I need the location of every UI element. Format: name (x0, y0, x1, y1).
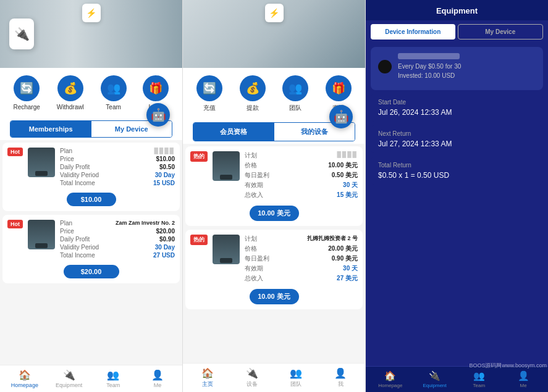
withdraw-label-cn: 提款 (247, 104, 259, 112)
tab-membership-cn[interactable]: 会员资格 (193, 123, 274, 141)
income-label-cn-1: 总收入 (245, 191, 263, 199)
equipment-label-1: Equipment (56, 382, 82, 388)
action-recharge[interactable]: 🔄 Recharge (13, 75, 40, 111)
validity-value-1: 30 Day (155, 172, 175, 178)
bottom-nav-2: 🏠 主页 🔌 设备 👥 团队 👤 我 (183, 363, 365, 392)
device-details-1: Plan ████ Price $10.00 Daily Profit $0.5… (60, 148, 175, 188)
membership-item-cn-1: 热的 计划 ████ 价格 10.00 美元 (185, 146, 363, 226)
plan-label-cn-2: 计划 (245, 235, 257, 243)
eq-nav-equipment[interactable]: 🔌 Equipment (413, 370, 457, 388)
device-image-cn-1 (213, 151, 240, 181)
recharge-icon-cn: 🔄 (196, 75, 222, 101)
price-value-2: $20.00 (156, 228, 175, 235)
daily-value-1: $0.50 (159, 164, 175, 170)
daily-label-cn-1: 每日盈利 (245, 171, 269, 180)
device-dot (378, 60, 392, 73)
bottom-nav-1: 🏠 Homepage 🔌 Equipment 👥 Team 👤 Me (0, 365, 182, 392)
recharge-icon: 🔄 (14, 75, 40, 101)
panel-equipment: Equipment Device Information My Device E… (366, 0, 548, 392)
equipment-icon-1: 🔌 (63, 369, 75, 381)
team-label: Team (106, 104, 120, 111)
recharge-label: Recharge (13, 104, 40, 111)
price-label-cn-2: 价格 (245, 244, 257, 253)
buy-btn-cn-2[interactable]: 10.00 美元 (250, 289, 299, 304)
action-team-cn[interactable]: 👥 团队 (282, 75, 308, 112)
action-withdraw-cn[interactable]: 💰 提款 (240, 75, 266, 112)
nav-team-cn[interactable]: 👥 团队 (274, 367, 319, 388)
buy-btn-cn-1[interactable]: 10.00 美元 (250, 206, 299, 221)
nav-equipment-cn[interactable]: 🔌 设备 (230, 367, 274, 388)
membership-item-2: Hot Plan Zam Zam Investr No. 2 Price $20… (2, 215, 180, 283)
nav-me-cn[interactable]: 👤 我 (318, 367, 363, 388)
income-label-cn-2: 总收入 (245, 274, 263, 283)
daily-label-1: Daily Profit (60, 164, 90, 170)
price-label-cn-1: 价格 (245, 161, 257, 170)
eq-me-label: Me (520, 383, 527, 388)
action-recharge-cn[interactable]: 🔄 充值 (196, 75, 222, 112)
tab-my-device[interactable]: My Device (458, 24, 544, 40)
hero-image-1: ⚡ 🔌 (0, 0, 182, 68)
tab-memberships[interactable]: Memberships (11, 121, 91, 137)
hero-image-2: ⚡ (183, 0, 365, 68)
income-value-2: 27 USD (153, 252, 175, 259)
charger-icon-1: 🔌 (9, 19, 34, 49)
recharge-label-cn: 充值 (203, 104, 216, 112)
eq-team-icon: 👥 (473, 370, 485, 382)
price-value-cn-1: 10.00 美元 (328, 161, 358, 170)
tab-device-info[interactable]: Device Information (371, 24, 455, 40)
me-icon-cn: 👤 (334, 367, 347, 379)
action-withdraw[interactable]: 💰 Withdrawl (57, 75, 84, 111)
eq-nav-team[interactable]: 👥 Team (457, 370, 502, 388)
nav-homepage-cn[interactable]: 🏠 主页 (185, 367, 230, 388)
team-nav-label-1: Team (106, 382, 120, 388)
eq-homepage-label: Homepage (378, 383, 402, 388)
team-icon: 👥 (101, 75, 127, 101)
device-card: Every Day $0.50 for 30 Invested: 10.00 U… (371, 47, 543, 90)
nav-team-1[interactable]: 👥 Team (91, 369, 136, 388)
buy-btn-2[interactable]: $20.00 (64, 265, 119, 278)
buy-btn-1[interactable]: $10.00 (67, 193, 116, 206)
nav-homepage-1[interactable]: 🏠 Homepage (2, 369, 47, 388)
homepage-icon-cn: 🏠 (201, 367, 214, 379)
eq-equipment-label: Equipment (423, 383, 447, 388)
membership-list-1: Hot Plan ████ Price $10.00 (0, 140, 182, 365)
tab-bar-2: 会员资格 我的设备 (193, 122, 355, 141)
withdraw-icon: 💰 (57, 75, 83, 101)
price-value-cn-2: 20.00 美元 (328, 244, 358, 253)
total-return-label: Total Return (378, 162, 536, 169)
panel-english: ⚡ 🔌 🔄 Recharge 💰 Withdrawl 👥 Team 🎁 Invi… (0, 0, 183, 392)
device-name-area: Every Day $0.50 for 30 Invested: 10.00 U… (398, 53, 461, 80)
membership-item-1: Hot Plan ████ Price $10.00 (2, 143, 180, 211)
start-date-value: Jul 26, 2024 12:33 AM (378, 108, 536, 117)
daily-value-2: $0.90 (159, 236, 175, 243)
homepage-icon-1: 🏠 (19, 369, 31, 381)
device-image-cn-2 (213, 235, 240, 264)
action-team[interactable]: 👥 Team (101, 75, 127, 111)
device-name-blur (398, 53, 460, 59)
membership-list-2: 热的 计划 ████ 价格 10.00 美元 (183, 144, 365, 363)
app-logo-1: ⚡ (82, 4, 101, 22)
start-date-label: Start Date (378, 99, 536, 106)
nav-me-1[interactable]: 👤 Me (135, 369, 180, 388)
hot-badge-cn-1: 热的 (190, 151, 208, 162)
info-row-total-return: Total Return $0.50 x 1 = 0.50 USD (371, 157, 543, 185)
price-label-2: Price (60, 228, 74, 235)
daily-label-2: Daily Profit (60, 236, 90, 243)
income-value-cn-1: 15 美元 (337, 191, 358, 199)
nav-equipment-1[interactable]: 🔌 Equipment (47, 369, 91, 388)
equipment-icon-cn: 🔌 (246, 367, 258, 379)
device-image-1 (28, 148, 55, 177)
device-details-2: Plan Zam Zam Investr No. 2 Price $20.00 … (60, 220, 175, 260)
eq-nav-me[interactable]: 👤 Me (501, 370, 546, 388)
hot-badge-cn-2: 热的 (190, 235, 208, 245)
hot-badge-2: Hot (7, 220, 23, 228)
daily-value-cn-2: 0.90 美元 (332, 254, 358, 263)
invite-icon-cn: 🎁 (326, 75, 352, 101)
me-icon-1: 👤 (151, 369, 164, 381)
equipment-header: Equipment (366, 0, 548, 20)
eq-nav-homepage[interactable]: 🏠 Homepage (368, 370, 413, 388)
eq-homepage-icon: 🏠 (384, 370, 396, 382)
validity-value-cn-1: 30 天 (343, 181, 358, 190)
eq-team-label: Team (473, 383, 486, 388)
eq-me-icon: 👤 (518, 370, 529, 382)
